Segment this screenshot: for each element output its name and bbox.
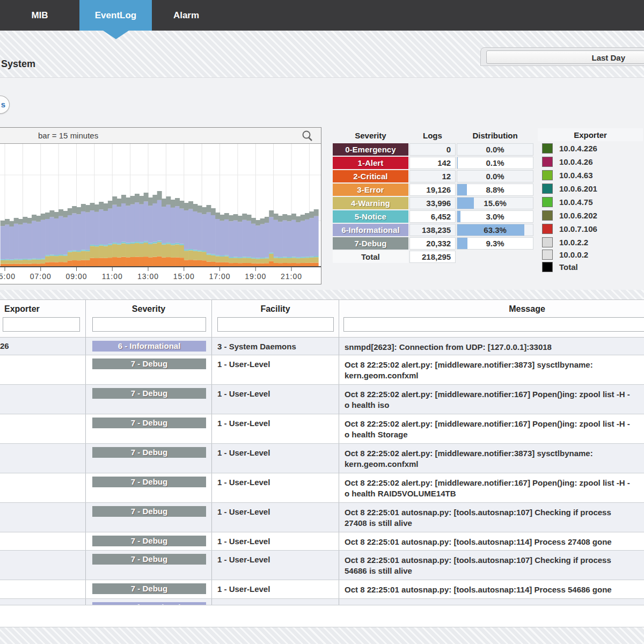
bar-segment-5-Notice[interactable] [242,257,247,258]
exporter-item[interactable]: 10.0.0.2 [538,250,643,260]
bar-segment-4-Warning[interactable] [152,243,157,257]
bar-segment-3-Error[interactable] [90,258,95,266]
bar-segment-7-Debug[interactable] [157,191,162,200]
bar-segment-3-Error[interactable] [144,257,149,266]
bar-segment-6-Informational[interactable] [188,209,193,250]
bar-segment-3-Error[interactable] [139,257,144,266]
bar-segment-6-Informational[interactable] [269,217,274,252]
bar-segment-4-Warning[interactable] [305,258,310,263]
bar-segment-7-Debug[interactable] [112,196,117,205]
bar-segment-4-Warning[interactable] [9,260,14,264]
bar-segment-4-Warning[interactable] [90,246,95,258]
bar-segment-4-Warning[interactable] [81,251,86,260]
bar-segment-4-Warning[interactable] [202,252,207,260]
bar-segment-3-Error[interactable] [305,263,310,266]
bar-segment-4-Warning[interactable] [14,260,19,264]
bar-segment-7-Debug[interactable] [99,202,104,209]
bar-segment-7-Debug[interactable] [229,215,233,221]
stacked-bar-chart[interactable]: 05:0007:0009:0011:0013:0015:0017:0019:00… [0,144,321,283]
bar-segment-5-Notice[interactable] [220,255,225,257]
bar-segment-4-Warning[interactable] [162,245,166,258]
bar-segment-3-Error[interactable] [45,262,50,266]
bar-segment-6-Informational[interactable] [291,220,296,257]
bar-segment-4-Warning[interactable] [148,244,153,257]
bar-segment-3-Error[interactable] [220,262,225,266]
log-row[interactable]: 7 - Debug1 - User-LevelOct 8 22:25:02 al… [0,355,644,385]
bar-segment-5-Notice[interactable] [144,241,149,243]
bar-segment-7-Debug[interactable] [1,221,5,226]
bar-segment-3-Error[interactable] [54,262,59,266]
bar-segment-3-Error[interactable] [179,258,184,266]
bar-segment-6-Informational[interactable] [179,209,184,244]
bar-segment-6-Informational[interactable] [233,221,238,257]
bar-segment-6-Informational[interactable] [18,225,23,259]
bar-segment-4-Warning[interactable] [63,256,68,262]
bar-segment-3-Error[interactable] [224,262,229,266]
bar-segment-3-Error[interactable] [296,263,301,266]
bar-segment-5-Notice[interactable] [99,244,104,245]
bar-segment-4-Warning[interactable] [121,243,126,257]
bar-segment-6-Informational[interactable] [77,214,82,251]
bar-segment-5-Notice[interactable] [211,254,216,255]
bar-segment-7-Debug[interactable] [301,215,305,221]
bar-segment-4-Warning[interactable] [184,251,189,260]
bar-segment-3-Error[interactable] [121,257,126,266]
bar-segment-3-Error[interactable] [211,262,216,266]
bar-segment-4-Warning[interactable] [301,258,305,263]
bar-segment-5-Notice[interactable] [68,251,72,252]
bar-segment-3-Error[interactable] [309,263,314,266]
bar-segment-5-Notice[interactable] [309,257,314,258]
bar-segment-7-Debug[interactable] [45,213,50,219]
bar-segment-4-Warning[interactable] [32,260,36,264]
bar-segment-5-Notice[interactable] [274,257,279,258]
bar-segment-6-Informational[interactable] [215,219,220,255]
bar-segment-5-Notice[interactable] [314,256,319,257]
bar-segment-5-Notice[interactable] [54,255,59,256]
bar-segment-6-Informational[interactable] [1,226,5,259]
bar-segment-5-Notice[interactable] [81,250,86,251]
exporter-item[interactable]: 10.0.4.226 [538,142,643,155]
bar-segment-7-Debug[interactable] [206,205,211,213]
bar-segment-7-Debug[interactable] [220,215,225,221]
tab-eventlog[interactable]: EventLog [79,0,152,31]
bar-segment-3-Error[interactable] [193,260,197,266]
bar-segment-4-Warning[interactable] [104,246,108,258]
bar-segment-6-Informational[interactable] [144,201,149,241]
log-row[interactable]: 7 - Debug1 - User-LevelOct 8 22:25:01 au… [0,580,644,599]
bar-segment-5-Notice[interactable] [215,255,220,256]
bar-segment-7-Debug[interactable] [309,211,314,218]
bar-segment-7-Debug[interactable] [282,214,287,221]
bar-segment-5-Notice[interactable] [58,254,63,255]
bar-segment-5-Notice[interactable] [139,242,144,244]
bar-segment-5-Notice[interactable] [197,250,202,251]
bar-segment-3-Error[interactable] [162,258,166,266]
bar-segment-5-Notice[interactable] [291,257,296,258]
exporter-item[interactable]: 10.0.4.75 [538,196,643,208]
bar-segment-6-Informational[interactable] [296,222,301,257]
bar-segment-6-Informational[interactable] [171,208,175,244]
bar-segment-6-Informational[interactable] [148,206,153,243]
bar-segment-6-Informational[interactable] [166,205,171,243]
bar-segment-6-Informational[interactable] [90,210,95,245]
bar-segment-4-Warning[interactable] [309,258,314,263]
bar-segment-4-Warning[interactable] [206,255,211,262]
bar-segment-6-Informational[interactable] [274,220,279,257]
bar-segment-5-Notice[interactable] [45,255,50,256]
bar-segment-4-Warning[interactable] [45,256,50,262]
bar-segment-3-Error[interactable] [23,264,27,266]
bar-segment-7-Debug[interactable] [9,221,14,226]
bar-segment-3-Error[interactable] [269,261,274,266]
severity-label[interactable]: 1-Alert [333,157,408,169]
bar-segment-5-Notice[interactable] [148,243,153,244]
bar-segment-4-Warning[interactable] [197,251,202,260]
bar-segment-7-Debug[interactable] [247,215,252,221]
bar-segment-3-Error[interactable] [58,262,63,266]
bar-segment-6-Informational[interactable] [301,221,305,257]
bar-segment-5-Notice[interactable] [224,255,229,257]
bar-segment-5-Notice[interactable] [32,259,36,260]
bar-segment-6-Informational[interactable] [247,221,252,257]
bar-segment-5-Notice[interactable] [14,259,19,260]
bar-segment-5-Notice[interactable] [104,245,108,246]
bar-segment-3-Error[interactable] [14,264,19,266]
bar-segment-6-Informational[interactable] [184,210,189,250]
